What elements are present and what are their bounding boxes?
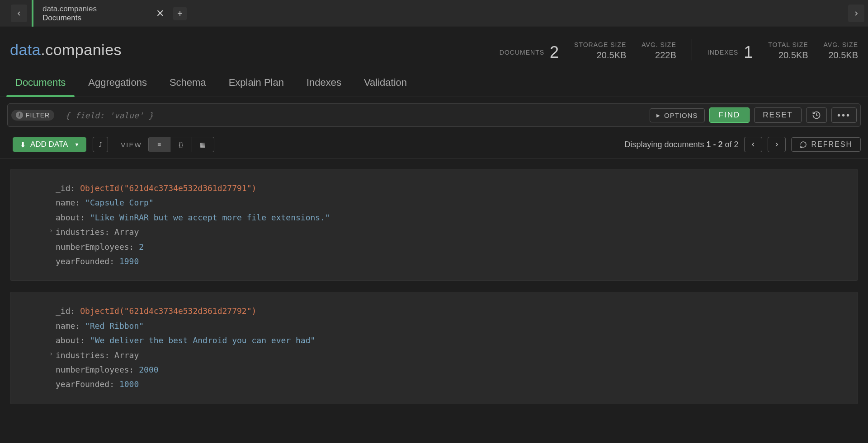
page-prev-button[interactable] — [744, 137, 762, 152]
tab-documents[interactable]: Documents — [15, 72, 66, 97]
import-button[interactable]: ⤴ — [93, 137, 108, 152]
history-button[interactable] — [806, 107, 827, 123]
field-type: Array — [114, 350, 139, 360]
tab-subtitle: Documents — [42, 14, 160, 23]
field-row-expandable[interactable]: ›industries: Array — [56, 225, 846, 239]
tab-validation[interactable]: Validation — [364, 72, 407, 97]
tab-explain-plan[interactable]: Explain Plan — [229, 72, 284, 97]
view-list-button[interactable]: ≡ — [149, 137, 170, 152]
filter-badge: i FILTER — [11, 110, 54, 121]
field-value: ObjectId("621d4c3734e532d361d27791") — [80, 183, 256, 193]
tab-active[interactable]: data.companies Documents ✕ — [32, 0, 170, 27]
field-key: _id — [56, 306, 71, 316]
view-json-button[interactable]: {} — [170, 137, 192, 152]
field-row-expandable[interactable]: ›industries: Array — [56, 348, 846, 363]
field-key: name — [56, 198, 75, 207]
tab-aggregations[interactable]: Aggregations — [88, 72, 147, 97]
documents-toolbar: ⬇ ADD DATA ▼ ⤴ VIEW ≡ {} ▦ Displaying do… — [0, 133, 868, 159]
stat-avg-size-label: AVG. SIZE — [642, 41, 676, 48]
pager-range: 1 - 2 — [706, 140, 722, 149]
new-tab-button[interactable]: + — [173, 7, 187, 20]
stat-documents-value: 2 — [550, 44, 559, 61]
field-key: about — [56, 336, 80, 345]
field-key: _id — [56, 183, 71, 193]
field-value: 1000 — [119, 379, 139, 389]
field-row: about: "Like WinRAR but we accept more f… — [56, 210, 846, 225]
list-icon: ≡ — [157, 141, 161, 148]
collection-name: data.companies — [10, 41, 122, 59]
pager-total: 2 — [734, 140, 739, 149]
add-data-button[interactable]: ⬇ ADD DATA ▼ — [13, 137, 86, 152]
chevron-right-icon[interactable]: › — [49, 348, 53, 359]
field-row: name: "Capsule Corp" — [56, 196, 846, 210]
stat-storage-size: STORAGE SIZE 20.5KB — [574, 41, 626, 61]
refresh-button[interactable]: REFRESH — [791, 137, 861, 152]
view-table-button[interactable]: ▦ — [192, 137, 214, 152]
field-key: numberEmployees — [56, 365, 129, 374]
field-value: ObjectId("621d4c3734e532d361d27792") — [80, 306, 256, 316]
reset-button[interactable]: RESET — [754, 107, 802, 123]
ellipsis-icon: ••• — [837, 111, 851, 120]
field-value: "Capsule Corp" — [85, 198, 154, 207]
nav-back-button[interactable] — [11, 5, 27, 22]
stat-divider — [692, 39, 692, 61]
field-value: "Like WinRAR but we accept more file ext… — [90, 213, 330, 222]
caret-right-icon: ▶ — [656, 113, 660, 118]
chevron-left-icon — [15, 10, 23, 17]
nav-forward-button[interactable] — [848, 5, 864, 22]
stat-storage-size-value: 20.5KB — [597, 50, 627, 61]
find-button[interactable]: FIND — [709, 107, 750, 123]
field-type: Array — [114, 227, 139, 237]
field-key: industries — [56, 350, 104, 360]
section-tabs: Documents Aggregations Schema Explain Pl… — [0, 68, 868, 97]
close-icon[interactable]: ✕ — [156, 9, 164, 19]
document-card[interactable]: _id: ObjectId("621d4c3734e532d361d27791"… — [10, 169, 858, 281]
options-button[interactable]: ▶ OPTIONS — [650, 108, 705, 122]
field-key: industries — [56, 227, 104, 237]
field-value: "We deliver the best Android you can eve… — [90, 336, 316, 345]
field-row: numberEmployees: 2000 — [56, 363, 846, 377]
field-row: yearFounded: 1990 — [56, 254, 846, 269]
upload-icon: ⤴ — [99, 141, 102, 148]
stat-total-size-label: TOTAL SIZE — [768, 41, 808, 48]
download-icon: ⬇ — [20, 140, 26, 149]
refresh-label: REFRESH — [811, 140, 852, 149]
filter-badge-label: FILTER — [26, 112, 50, 119]
history-icon — [812, 111, 821, 120]
stat-storage-size-label: STORAGE SIZE — [574, 41, 626, 48]
options-label: OPTIONS — [664, 112, 698, 119]
field-row: numberEmployees: 2 — [56, 240, 846, 254]
stat-total-size-value: 20.5KB — [778, 50, 808, 61]
field-value: 1990 — [119, 256, 139, 266]
field-row: yearFounded: 1000 — [56, 377, 846, 392]
stat-indexes: INDEXES 1 — [708, 44, 753, 61]
caret-down-icon: ▼ — [74, 142, 79, 147]
field-key: numberEmployees — [56, 242, 129, 252]
stat-avg-size: AVG. SIZE 222B — [642, 41, 676, 61]
field-key: name — [56, 321, 75, 331]
refresh-icon — [800, 141, 807, 148]
field-value: 2 — [139, 242, 144, 252]
pager-prefix: Displaying documents — [624, 140, 706, 149]
chevron-right-icon — [853, 10, 860, 17]
field-key: about — [56, 213, 80, 222]
stat-documents: DOCUMENTS 2 — [500, 44, 559, 61]
field-key: yearFounded — [56, 379, 109, 389]
tab-indexes[interactable]: Indexes — [307, 72, 341, 97]
stat-avg-size-value: 222B — [655, 50, 676, 61]
field-key: yearFounded — [56, 256, 109, 266]
tab-schema[interactable]: Schema — [170, 72, 206, 97]
view-label: VIEW — [121, 141, 142, 149]
page-next-button[interactable] — [768, 137, 786, 152]
document-card[interactable]: _id: ObjectId("621d4c3734e532d361d27792"… — [10, 292, 858, 404]
chevron-left-icon — [750, 141, 757, 148]
more-button[interactable]: ••• — [831, 107, 857, 123]
pager-of: of — [723, 140, 734, 149]
chevron-right-icon[interactable]: › — [49, 225, 53, 236]
chevron-right-icon — [773, 141, 780, 148]
filter-input[interactable] — [59, 111, 645, 120]
stat-indexes-label: INDEXES — [708, 49, 738, 56]
field-row: _id: ObjectId("621d4c3734e532d361d27791"… — [56, 181, 846, 196]
db-name: data — [10, 41, 41, 58]
tab-bar: data.companies Documents ✕ + — [0, 0, 868, 27]
